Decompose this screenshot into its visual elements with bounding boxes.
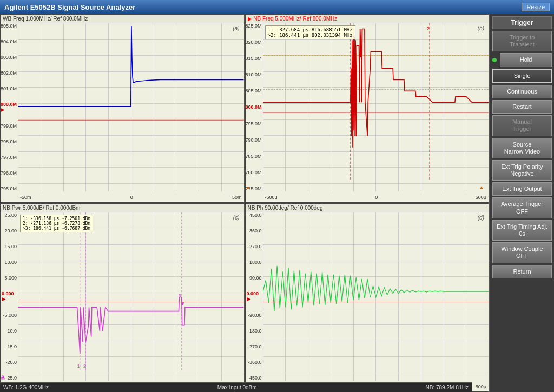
svg-text:1: 1: [77, 363, 80, 369]
chart-panel-a: WB Freq 1.000MHz/ Ref 800.0MHz (a) 805.0…: [0, 14, 245, 203]
chart-panel-b: ▶ NB Freq 5.000MHz/ Ref 800.0MHz (b) 1: …: [245, 14, 490, 203]
chart-svg-a: [18, 23, 244, 178]
single-button[interactable]: Single: [492, 69, 552, 83]
app-title: Agilent E5052B Signal Source Analyzer: [4, 3, 135, 11]
marker-info-c: 1: -336.158 μs -7.2501 dBm 2: -271.186 μ…: [20, 215, 93, 232]
status-left: WB: 1.2G-400MHz: [3, 384, 49, 390]
chart-inner-d: (d) 450.0 360.0 270.0 180.0 90.00 0.000 …: [246, 212, 489, 390]
ext-trig-polarity-button[interactable]: Ext Trig PolarityNegative: [492, 160, 552, 181]
chart-svg-b: 1 2: [263, 23, 489, 181]
y-labels-b: 825.0M 820.0M 815.0M 810.0M 805.0M 800.0…: [246, 23, 263, 191]
title-bar: Agilent E5052B Signal Source Analyzer Re…: [0, 0, 554, 14]
chart-inner-c: (c) 1: -336.158 μs -7.2501 dBm 2: -271.1…: [1, 212, 244, 390]
chart-title-c: NB Pwr 5.000dB/ Ref 0.000dBm: [1, 204, 244, 212]
charts-bottom-row: NB Pwr 5.000dB/ Ref 0.000dBm (c) 1: -336…: [0, 203, 489, 392]
y-labels-c: 25.00 20.00 15.00 10.00 5.000 0.000 ▶ -5…: [1, 212, 18, 381]
average-trigger-button[interactable]: Average TriggerOFF: [492, 197, 552, 218]
chart-panel-c: NB Pwr 5.000dB/ Ref 0.000dBm (c) 1: -336…: [0, 203, 245, 392]
ext-trig-output-button[interactable]: Ext Trig Output: [492, 182, 552, 196]
hold-button[interactable]: Hold: [500, 53, 552, 67]
marker-info-b: 1: -327.684 μs 816.688551 MHz >2: 186.44…: [265, 25, 355, 39]
window-couple-button[interactable]: Window CoupleOFF: [492, 242, 552, 263]
return-button[interactable]: Return: [492, 265, 552, 278]
manual-trigger-button[interactable]: ManualTrigger: [492, 115, 552, 136]
chart-inner-a: (a) 805.0M 804.0M 803.0M 802.0M 801.0M 8…: [1, 23, 244, 201]
y-labels-a: 805.0M 804.0M 803.0M 802.0M 801.0M 800.0…: [1, 23, 18, 191]
hold-indicator: [492, 58, 497, 62]
charts-area: WB Freq 1.000MHz/ Ref 800.0MHz (a) 805.0…: [0, 14, 489, 392]
status-right: NB: 789.2M-81Hz: [425, 384, 469, 390]
chart-title-a: WB Freq 1.000MHz/ Ref 800.0MHz: [1, 15, 244, 23]
status-bar: WB: 1.2G-400MHz Max Input 0dBm NB: 789.2…: [0, 382, 472, 392]
y-labels-d: 450.0 360.0 270.0 180.0 90.00 0.000 ▶ -9…: [246, 212, 263, 381]
chart-title-b: ▶ NB Freq 5.000MHz/ Ref 800.0MHz: [246, 15, 489, 23]
ext-trig-timing-button[interactable]: Ext Trig Timing Adj.0s: [492, 220, 552, 241]
resize-button[interactable]: Resize: [522, 3, 550, 11]
chart-inner-b: (b) 1: -327.684 μs 816.688551 MHz >2: 18…: [246, 23, 489, 201]
chart-svg-c: 1 2 3 ▼: [18, 212, 244, 370]
svg-text:3: 3: [178, 293, 181, 298]
status-center: Max Input 0dBm: [217, 384, 257, 390]
chart-panel-d: NB Ph 90.00deg/ Ref 0.000deg (d) 450.0 3…: [245, 203, 490, 392]
restart-button[interactable]: Restart: [492, 100, 552, 114]
source-button[interactable]: SourceNarrow Video: [492, 138, 552, 158]
charts-top-row: WB Freq 1.000MHz/ Ref 800.0MHz (a) 805.0…: [0, 14, 489, 203]
chart-svg-d: [263, 212, 489, 370]
svg-text:▼: ▼: [180, 301, 186, 307]
trigger-to-transient-button[interactable]: Trigger toTransient: [492, 31, 552, 51]
svg-text:2: 2: [426, 25, 429, 31]
chart-title-d: NB Ph 90.00deg/ Ref 0.000deg: [246, 204, 489, 212]
svg-text:2: 2: [83, 363, 86, 369]
continuous-button[interactable]: Continuous: [492, 85, 552, 98]
sidebar: Trigger Trigger toTransient Hold Single …: [489, 14, 554, 392]
sidebar-title: Trigger: [492, 16, 552, 29]
